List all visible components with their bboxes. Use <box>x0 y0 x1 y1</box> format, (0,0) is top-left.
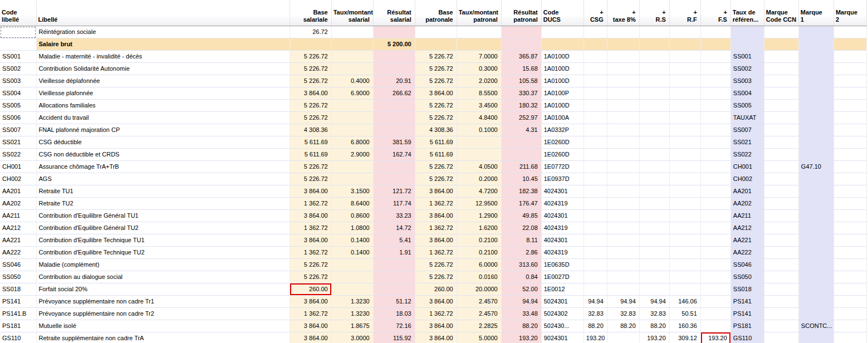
cell-res_sal[interactable]: 18.03 <box>373 308 415 320</box>
cell-taux_pat[interactable]: 4.0500 <box>457 161 501 173</box>
cell-taux_pat[interactable]: 5.0000 <box>457 332 501 343</box>
cell-res_pat[interactable]: 2.86 <box>501 247 541 259</box>
cell-marque2[interactable] <box>833 308 866 320</box>
cell-res_sal[interactable]: 5 200.00 <box>373 38 415 51</box>
cell-res_pat[interactable]: 176.47 <box>501 198 541 210</box>
cell-taux_ref[interactable]: AA201 <box>730 185 764 198</box>
cell-marque1[interactable] <box>798 51 833 63</box>
cell-csg[interactable] <box>583 63 607 75</box>
cell-rs[interactable] <box>639 222 669 234</box>
cell-code[interactable]: AA221 <box>0 234 36 247</box>
cell-fs[interactable] <box>700 124 730 136</box>
cell-fs[interactable] <box>700 100 730 112</box>
cell-code[interactable]: SS021 <box>0 136 36 149</box>
cell-csg[interactable] <box>583 149 607 161</box>
cell-rf[interactable] <box>669 185 700 198</box>
cell-marque1[interactable] <box>798 296 833 308</box>
cell-csg[interactable] <box>583 198 607 210</box>
cell-rs[interactable] <box>639 75 669 87</box>
cell-res_sal[interactable] <box>373 112 415 124</box>
cell-taux_ref[interactable]: SS007 <box>730 124 764 136</box>
cell-marque2[interactable] <box>833 149 866 161</box>
cell-marque1[interactable]: G47.10 <box>798 161 833 173</box>
cell-base_sal[interactable]: 5 226.72 <box>290 112 331 124</box>
cell-taxe8[interactable] <box>607 259 639 271</box>
cell-marque_ccn[interactable] <box>764 173 798 185</box>
cell-taux_ref[interactable]: SS046 <box>730 259 764 271</box>
cell-marque_ccn[interactable] <box>764 296 798 308</box>
cell-code[interactable]: AA202 <box>0 198 36 210</box>
cell-rs[interactable] <box>639 271 669 283</box>
cell-marque1[interactable] <box>798 173 833 185</box>
cell-taxe8[interactable] <box>607 210 639 222</box>
cell-taux_pat[interactable]: 6.0000 <box>457 259 501 271</box>
table-row-ps181[interactable]: PS181Mutuelle isolé3 864.001.867572.163 … <box>0 320 867 332</box>
cell-base_pat[interactable]: 3 864.00 <box>415 210 457 222</box>
cell-code[interactable]: CH002 <box>0 173 36 185</box>
cell-res_pat[interactable]: 52.00 <box>501 283 541 296</box>
cell-fs[interactable] <box>700 210 730 222</box>
cell-taux_pat[interactable]: 4.8400 <box>457 112 501 124</box>
cell-marque_ccn[interactable] <box>764 112 798 124</box>
cell-taux_pat[interactable]: 0.2100 <box>457 247 501 259</box>
cell-libelle[interactable]: Allocations familiales <box>36 100 290 112</box>
table-row-aa221[interactable]: AA221Contribution d'Equilibre Technique … <box>0 234 867 247</box>
cell-rs[interactable]: 88.20 <box>639 320 669 332</box>
cell-ducs[interactable]: 5024302 <box>541 308 583 320</box>
cell-marque_ccn[interactable] <box>764 124 798 136</box>
cell-base_sal[interactable]: 5 226.72 <box>290 161 331 173</box>
cell-csg[interactable] <box>583 75 607 87</box>
cell-taux_sal[interactable]: 1.3230 <box>331 296 373 308</box>
cell-base_pat[interactable]: 3 864.00 <box>415 87 457 100</box>
cell-base_pat[interactable]: 4 308.36 <box>415 124 457 136</box>
cell-taux_sal[interactable] <box>331 26 373 38</box>
cell-res_pat[interactable]: 88.20 <box>501 320 541 332</box>
cell-marque1[interactable] <box>798 112 833 124</box>
cell-res_pat[interactable]: 182.38 <box>501 185 541 198</box>
cell-marque_ccn[interactable] <box>764 149 798 161</box>
cell-code[interactable]: SS004 <box>0 87 36 100</box>
cell-csg[interactable] <box>583 283 607 296</box>
cell-taux_sal[interactable]: 8.6400 <box>331 198 373 210</box>
cell-taxe8[interactable] <box>607 185 639 198</box>
cell-res_pat[interactable] <box>501 38 541 51</box>
cell-taxe8[interactable]: 32.83 <box>607 308 639 320</box>
table-row-ss003[interactable]: SS003Vieillesse déplafonnée5 226.720.400… <box>0 75 867 87</box>
cell-marque2[interactable] <box>833 100 866 112</box>
cell-marque_ccn[interactable] <box>764 332 798 343</box>
cell-marque1[interactable] <box>798 198 833 210</box>
cell-base_pat[interactable]: 1 362.72 <box>415 308 457 320</box>
cell-taux_sal[interactable]: 3.1500 <box>331 185 373 198</box>
cell-marque1[interactable] <box>798 332 833 343</box>
cell-base_pat[interactable]: 1 362.72 <box>415 198 457 210</box>
cell-ducs[interactable]: 1E0260D <box>541 136 583 149</box>
cell-taxe8[interactable] <box>607 136 639 149</box>
cell-taux_pat[interactable] <box>457 26 501 38</box>
cell-res_sal[interactable] <box>373 161 415 173</box>
cell-res_sal[interactable]: 162.74 <box>373 149 415 161</box>
cell-marque2[interactable] <box>833 332 866 343</box>
cell-res_sal[interactable] <box>373 100 415 112</box>
cell-marque1[interactable] <box>798 283 833 296</box>
cell-res_sal[interactable] <box>373 283 415 296</box>
cell-libelle[interactable]: Contribution d'Equilibre Général TU2 <box>36 222 290 234</box>
cell-res_pat[interactable]: 49.85 <box>501 210 541 222</box>
cell-fs[interactable] <box>700 87 730 100</box>
cell-marque2[interactable] <box>833 185 866 198</box>
cell-taux_sal[interactable] <box>331 283 373 296</box>
cell-code[interactable]: SS050 <box>0 271 36 283</box>
cell-ducs[interactable]: 1A0100D <box>541 75 583 87</box>
cell-ducs[interactable] <box>541 38 583 51</box>
cell-taux_sal[interactable]: 1.8675 <box>331 320 373 332</box>
cell-marque_ccn[interactable] <box>764 100 798 112</box>
cell-taux_ref[interactable]: AA211 <box>730 210 764 222</box>
cell-fs[interactable] <box>700 112 730 124</box>
cell-base_sal[interactable]: 3 864.00 <box>290 320 331 332</box>
cell-libelle[interactable]: CSG non déductible et CRDS <box>36 149 290 161</box>
cell-taxe8[interactable] <box>607 75 639 87</box>
table-row-ss018[interactable]: SS018Forfait social 20%260.00260.0020.00… <box>0 283 867 296</box>
cell-res_pat[interactable]: 33.48 <box>501 308 541 320</box>
cell-libelle[interactable]: Contribution au dialogue social <box>36 271 290 283</box>
cell-taux_sal[interactable]: 0.1400 <box>331 247 373 259</box>
cell-fs[interactable] <box>700 320 730 332</box>
